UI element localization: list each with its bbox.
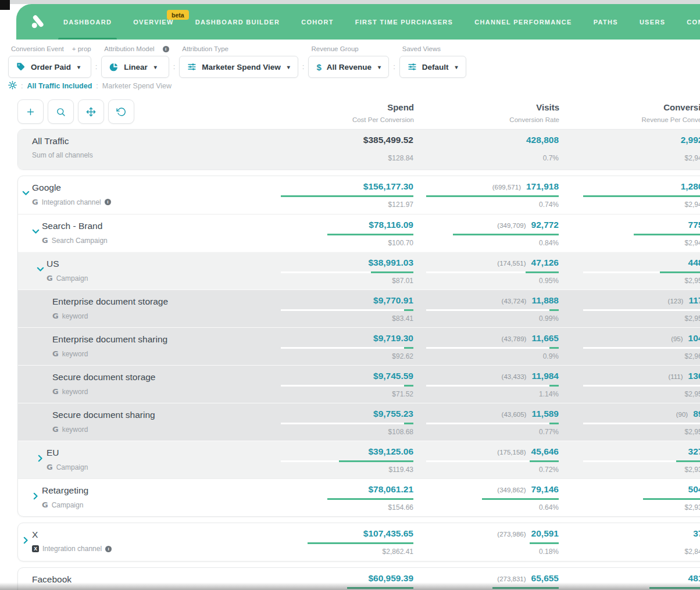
nav-tab-first-time-purchasers[interactable]: FIRST TIME PURCHASERS xyxy=(355,4,453,40)
nav-tab-label: FIRST TIME PURCHASERS xyxy=(355,19,453,26)
conv-cell: 1,280.46$2,945.25 xyxy=(559,176,700,214)
table-body: All TrafficSum of all channels$385,499.5… xyxy=(17,129,700,590)
row-subtitle-text: Campaign xyxy=(56,463,88,471)
conv-bar xyxy=(583,423,700,424)
filter-label: Attribution Type xyxy=(182,45,298,52)
chevron-down-icon[interactable] xyxy=(37,267,44,272)
filter-select-attribution-type[interactable]: Marketer Spend View▾ xyxy=(179,56,298,78)
spend-sub-value: $108.68 xyxy=(268,428,413,436)
visits-value: 79,146 xyxy=(531,484,559,495)
google-icon: G xyxy=(42,236,48,245)
visits-secondary-count: (43,724) xyxy=(502,298,527,305)
beta-badge: beta xyxy=(167,10,189,20)
visits-sub-value: 0.99% xyxy=(413,314,559,323)
bar-fill xyxy=(404,385,413,387)
filter-select-attribution-model[interactable]: Linear▾ xyxy=(101,56,169,78)
row-label[interactable]: RetargetingGCampaign xyxy=(18,479,268,516)
filter-selected-value: Order Paid xyxy=(31,63,71,71)
info-icon[interactable]: i xyxy=(105,199,111,205)
conv-value: 117.18 xyxy=(688,295,700,306)
bar-track xyxy=(426,309,559,311)
column-header-conversions: ConversionsRevenue Per Conversion xyxy=(559,99,700,123)
column-primary-label[interactable]: Spend xyxy=(269,102,414,112)
conv-value: 504.74 xyxy=(688,484,700,495)
filter-select-conversion-event[interactable]: Order Paid▾ xyxy=(8,56,91,78)
nav-tab-paths[interactable]: PATHS xyxy=(594,4,618,40)
nav-tab-overview[interactable]: OVERVIEWbeta xyxy=(133,4,174,40)
visits-value: 65,655 xyxy=(531,573,559,584)
filter-separator: : xyxy=(302,62,305,71)
visits-value-line: (43,724)11,888 xyxy=(413,295,559,306)
row-label[interactable]: XXIntegration channeli xyxy=(18,523,268,561)
row-label[interactable]: USGCampaign xyxy=(18,252,268,289)
conv-bar xyxy=(583,587,700,589)
app-logo-icon xyxy=(30,14,46,30)
plus-button[interactable] xyxy=(17,99,44,124)
row-label[interactable]: Secure document sharingGkeyword xyxy=(18,403,268,441)
row-label[interactable]: Enterprise document storageGkeyword xyxy=(18,290,268,327)
chevron-down-icon[interactable] xyxy=(32,229,40,234)
spend-bar xyxy=(281,347,413,349)
nav-tab-companies[interactable]: COMPANIES xyxy=(687,4,700,40)
filter-label-text: Attribution Model xyxy=(104,45,154,52)
filter-select-revenue-group[interactable]: $All Revenue▾ xyxy=(308,56,389,78)
bar-track xyxy=(281,347,413,349)
spend-value-line: $78,061.21 xyxy=(268,484,413,495)
search-button[interactable] xyxy=(48,99,74,124)
chevron-right-icon[interactable] xyxy=(32,494,40,499)
bar-fill xyxy=(530,460,559,462)
bar-fill xyxy=(549,385,559,387)
visits-value-line: (273,831)65,655 xyxy=(413,573,559,584)
column-primary-label[interactable]: Conversions xyxy=(559,102,700,112)
bar-fill xyxy=(492,587,559,589)
row-label[interactable]: Enterprise document sharingGkeyword xyxy=(18,328,268,365)
gear-icon[interactable] xyxy=(8,81,17,91)
history-button[interactable] xyxy=(108,99,134,124)
column-primary-label[interactable]: Visits xyxy=(414,102,559,112)
row-subtitle: Gkeyword xyxy=(52,387,268,396)
bar-fill xyxy=(404,309,413,311)
row-label[interactable]: Search - BrandGSearch Campaign xyxy=(18,214,268,252)
nav-tab-channel-performance[interactable]: CHANNEL PERFORMANCE xyxy=(474,4,572,40)
filter-add-prop[interactable]: + prop xyxy=(72,45,91,52)
row-label[interactable]: GoogleGIntegration channeli xyxy=(18,176,268,214)
row-subtitle-text: Sum of all channels xyxy=(32,151,93,159)
filter-group-revenue-group: Revenue Group$All Revenue▾ xyxy=(308,45,389,78)
applied-traffic-filter[interactable]: All Traffic Included xyxy=(27,82,92,90)
row-subtitle: GSearch Campaign xyxy=(42,236,268,245)
filter-label-text: Saved Views xyxy=(402,45,441,52)
chevron-down-icon[interactable] xyxy=(22,191,30,196)
visits-cell: (43,724)11,8880.99% xyxy=(413,290,559,327)
move-button[interactable] xyxy=(78,99,104,124)
visits-value-line: (349,862)79,146 xyxy=(413,484,559,495)
row-label[interactable]: All TrafficSum of all channels xyxy=(18,130,268,169)
nav-tab-users[interactable]: USERS xyxy=(640,4,665,40)
spend-sub-value: $83.41 xyxy=(268,314,413,323)
spend-sub-value: $71.52 xyxy=(268,390,413,398)
info-icon[interactable]: i xyxy=(105,546,112,552)
chevron-right-icon[interactable] xyxy=(37,456,44,461)
visits-secondary-count: (43,433) xyxy=(502,373,527,380)
nav-tab-cohort[interactable]: COHORT xyxy=(301,4,333,40)
spend-sub-value: $2,862.41 xyxy=(268,548,413,556)
nav-tab-dashboard-builder[interactable]: DASHBOARD BUILDER xyxy=(195,4,280,40)
row-label[interactable]: Secure document storageGkeyword xyxy=(18,366,268,403)
visits-sub-value: 0.72% xyxy=(413,466,559,474)
filter-separator: : xyxy=(393,62,395,71)
bar-fill xyxy=(634,234,700,235)
visits-value: 92,772 xyxy=(531,220,559,230)
row-label[interactable]: EUGCampaign xyxy=(18,441,268,478)
row-label[interactable]: Facebook xyxy=(18,568,268,590)
filter-select-saved-views[interactable]: Default▾ xyxy=(399,56,466,78)
row-subtitle-text: Campaign xyxy=(52,501,84,509)
visits-value-line: (175,158)45,646 xyxy=(413,446,559,457)
conv-cell: (111)136.25$2,959.25 xyxy=(559,366,700,403)
column-secondary-label: Conversion Rate xyxy=(414,116,559,123)
spend-bar xyxy=(281,498,413,500)
table-row: EUGCampaign$39,125.06$119.43(175,158)45,… xyxy=(18,441,700,478)
chevron-right-icon[interactable] xyxy=(22,538,30,543)
conv-value: 136.25 xyxy=(688,371,700,381)
nav-tab-dashboard[interactable]: DASHBOARD xyxy=(63,4,112,40)
row-subtitle-text: keyword xyxy=(62,312,88,320)
info-icon[interactable]: i xyxy=(163,46,169,52)
